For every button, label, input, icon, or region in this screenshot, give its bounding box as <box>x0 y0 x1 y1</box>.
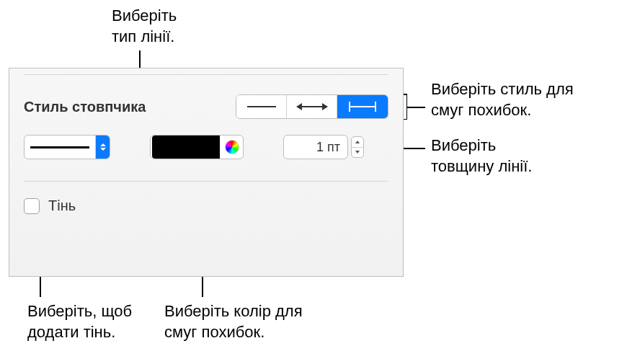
style-panel: Стиль стовпчика <box>9 68 404 277</box>
bar-style-capped[interactable] <box>337 95 388 118</box>
chevron-up-icon <box>355 141 360 143</box>
callout-shadow: Виберіть, щоб додати тінь. <box>27 301 132 342</box>
callout-bar-style: Виберіть стиль для смуг похибок. <box>431 79 574 120</box>
arrow-icon <box>296 103 328 110</box>
callout-line-type: Виберіть тип лінії. <box>112 6 177 47</box>
shadow-checkbox[interactable] <box>24 198 40 214</box>
line-icon <box>247 106 276 107</box>
color-wheel-button[interactable] <box>221 136 243 159</box>
error-bar-style-segmented[interactable] <box>236 94 388 119</box>
dropdown-arrows-icon <box>95 136 110 159</box>
section-title: Стиль стовпчика <box>24 99 146 115</box>
bar-style-arrow[interactable] <box>287 95 337 118</box>
line-type-dropdown[interactable] <box>24 135 110 159</box>
callout-line <box>407 107 425 108</box>
callout-color: Виберіть колір для смуг похибок. <box>164 301 303 342</box>
shadow-label: Тінь <box>48 197 76 214</box>
divider <box>24 181 388 182</box>
thickness-stepper: 1 пт <box>283 135 364 159</box>
color-wheel-icon <box>225 140 239 154</box>
chevron-down-icon <box>355 151 360 154</box>
thickness-field[interactable]: 1 пт <box>283 135 348 159</box>
color-swatch[interactable] <box>152 136 220 159</box>
callout-thickness: Виберіть товщину лінії. <box>431 136 532 177</box>
stepper-up-button[interactable] <box>352 137 363 148</box>
color-well[interactable] <box>150 135 244 159</box>
stepper-down-button[interactable] <box>352 148 363 158</box>
bar-style-line[interactable] <box>236 95 287 118</box>
line-sample-icon <box>30 146 89 148</box>
capped-bar-icon <box>349 102 376 112</box>
